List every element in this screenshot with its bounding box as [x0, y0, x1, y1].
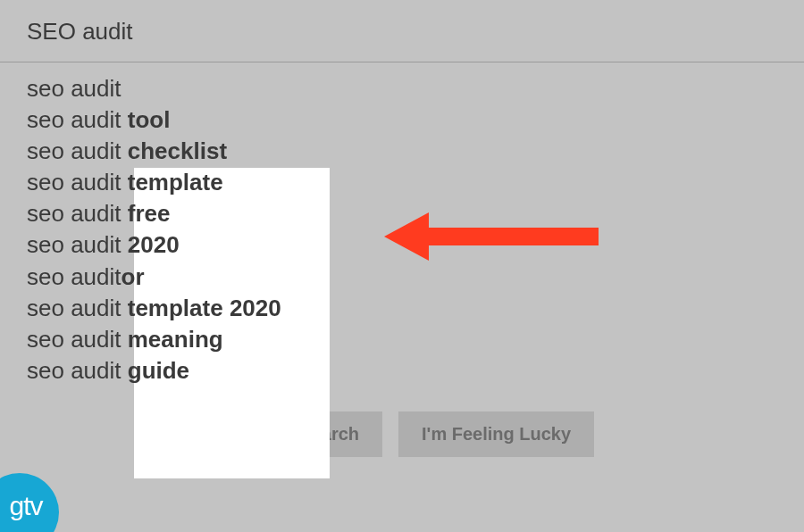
suggestion-completion: guide	[128, 357, 189, 384]
suggestion-item[interactable]: seo audit template 2020	[27, 293, 777, 324]
arrow-annotation-icon	[384, 205, 607, 271]
suggestion-prefix: seo audit	[27, 326, 128, 353]
suggestion-item[interactable]: seo audit guide	[27, 355, 777, 387]
suggestion-prefix: seo audit	[27, 137, 128, 164]
search-input[interactable]	[0, 0, 804, 62]
suggestion-item[interactable]: seo audit checklist	[27, 136, 777, 167]
suggestion-item[interactable]: seo audit meaning	[27, 324, 777, 355]
button-row: Google Search I'm Feeling Lucky	[0, 411, 804, 457]
suggestion-prefix: seo audit	[27, 295, 128, 321]
suggestion-item[interactable]: seo audit tool	[27, 104, 777, 136]
suggestion-completion: tool	[128, 106, 171, 133]
suggestion-completion: free	[128, 200, 171, 227]
suggestion-prefix: seo audit	[27, 200, 128, 227]
suggestion-prefix: seo audit	[27, 106, 128, 133]
suggestion-prefix: seo audit	[27, 357, 128, 384]
suggestion-completion: template	[128, 169, 223, 195]
suggestion-completion: checklist	[128, 137, 227, 164]
suggestion-completion: template 2020	[128, 295, 281, 321]
svg-marker-0	[384, 212, 599, 261]
suggestion-prefix: seo audit	[27, 75, 121, 102]
gtv-logo: gtv	[0, 473, 59, 532]
suggestion-prefix: seo audit	[27, 169, 128, 195]
feeling-lucky-button[interactable]: I'm Feeling Lucky	[398, 411, 594, 457]
suggestion-prefix: seo audit	[27, 231, 128, 258]
suggestion-item[interactable]: seo audit template	[27, 167, 777, 198]
suggestion-item[interactable]: seo audit	[27, 73, 777, 104]
suggestion-completion: meaning	[128, 326, 223, 353]
suggestion-completion: or	[121, 263, 145, 290]
suggestion-completion: 2020	[128, 231, 180, 258]
suggestion-prefix: seo audit	[27, 263, 121, 290]
gtv-logo-text: gtv	[0, 491, 43, 532]
